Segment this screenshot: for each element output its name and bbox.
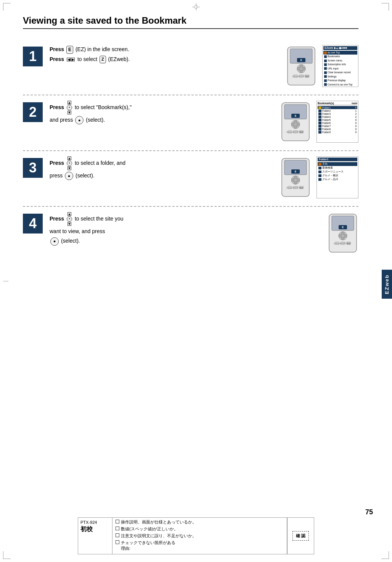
left-arrow-icon: ◀ bbox=[67, 58, 71, 61]
footer-model: PTX-924 bbox=[80, 520, 110, 525]
footer-checks: 操作説明、画面が仕様とあっているか。 数値(スペック値)が正しいか。 注意文や説… bbox=[112, 518, 287, 554]
f-row-5: グルメ→品川 bbox=[318, 177, 357, 181]
step-3-screen: Folder1 天気 乗換検索 スポーツニュース グルメ→横浜 グルメ→品川 bbox=[316, 156, 358, 198]
step-1-screen: EZweb ▶▲◀▶■■■ au one Top Bookmarks Scree… bbox=[322, 45, 358, 87]
step-3: 3 Press ▲ ● ▼ to select a folder, and pr… bbox=[23, 151, 358, 207]
step-1-text: Press E (EZ) in the idle screen. Press ◀… bbox=[50, 45, 282, 64]
step-2-bookmark: to select "Bookmark(s)," bbox=[75, 104, 132, 110]
bk-row-4: Folder42 bbox=[318, 115, 357, 118]
svg-text:E: E bbox=[342, 226, 344, 229]
step-1: 1 Press E (EZ) in the idle screen. Press… bbox=[23, 40, 358, 95]
f-row-2: 乗換検索 bbox=[318, 166, 357, 170]
down-arrow-icon2: ▼ bbox=[67, 111, 71, 114]
step-3-press: Press bbox=[50, 160, 64, 166]
svg-point-54 bbox=[339, 234, 342, 237]
step-4-press: Press bbox=[50, 216, 64, 222]
bk-row-1: Folder15 bbox=[318, 106, 357, 109]
step-3-phone-svg: メニュー クリア 電源 E bbox=[280, 156, 311, 198]
check-row-1: 操作説明、画面が仕様とあっているか。 bbox=[116, 519, 284, 525]
svg-text:E: E bbox=[300, 59, 302, 61]
menu-item-7: Settings bbox=[323, 75, 357, 79]
step-3-select: (select). bbox=[76, 172, 95, 179]
step-4-want: want to view, and press bbox=[50, 228, 105, 234]
svg-point-38 bbox=[291, 179, 294, 182]
svg-point-22 bbox=[291, 123, 294, 126]
svg-text:電源: 電源 bbox=[299, 131, 303, 133]
step-1-ezweb: (EZweb). bbox=[108, 56, 130, 62]
step-2-screen: Bookmark(s)num Folder15 Folder21 Folder3… bbox=[316, 101, 358, 143]
menu-item-3: Screen menu bbox=[323, 59, 357, 63]
up-arrow-icon3: ▲ bbox=[67, 156, 71, 160]
checkbox-4[interactable] bbox=[116, 540, 119, 544]
bk-row-6: Folder60 bbox=[318, 121, 357, 124]
svg-text:E: E bbox=[295, 170, 297, 173]
menu-item-8: Previous display bbox=[323, 79, 357, 82]
f-row-1: 天気 bbox=[318, 162, 357, 166]
svg-text:クリア: クリア bbox=[293, 131, 299, 133]
checkbox-2[interactable] bbox=[116, 527, 119, 530]
step-2-phone-area: メニュー クリア 電源 E Bookmark(s)num Folder15 Fo… bbox=[280, 101, 358, 143]
svg-point-37 bbox=[294, 181, 297, 184]
f-row-4: グルメ→横浜 bbox=[318, 174, 357, 177]
svg-point-7 bbox=[302, 67, 305, 70]
svg-point-23 bbox=[297, 123, 300, 126]
step-4: 4 Press ▲ ● ▼ to select the site you wan… bbox=[23, 207, 358, 262]
check-label-2: 数値(スペック値)が正しいか。 bbox=[121, 526, 178, 532]
menu-item-1: au one Top bbox=[323, 51, 357, 55]
step-1-press2: Press bbox=[50, 56, 64, 62]
check-label-1: 操作説明、画面が仕様とあっているか。 bbox=[121, 519, 196, 525]
step-2-select-btn: ● bbox=[75, 116, 84, 124]
svg-point-4 bbox=[300, 64, 303, 68]
check-row-4: チェックできない箇所がある理由: bbox=[116, 540, 284, 551]
bk-row-5: Folder50 bbox=[318, 118, 357, 121]
svg-point-5 bbox=[300, 70, 303, 73]
svg-text:クリア: クリア bbox=[299, 75, 304, 77]
step-4-select: (select). bbox=[61, 238, 80, 244]
page-number: 75 bbox=[365, 508, 373, 516]
checkbox-1[interactable] bbox=[116, 520, 119, 523]
menu-item-6: Clear browser record bbox=[323, 71, 357, 74]
f-row-3: スポーツニュース bbox=[318, 170, 357, 174]
bk-row-7: Folder70 bbox=[318, 124, 357, 127]
footer-label: 初校 bbox=[80, 525, 110, 533]
up-arrow-icon4: ▲ bbox=[67, 212, 71, 216]
step-1-number: 1 bbox=[23, 47, 43, 66]
step-2-and: and press bbox=[50, 117, 73, 123]
bk-row-9: Folder90 bbox=[318, 130, 357, 134]
menu-item-5: URL input bbox=[323, 67, 357, 71]
checkbox-3[interactable] bbox=[116, 533, 119, 537]
confirm-label: 確 認 bbox=[292, 531, 309, 541]
svg-text:クリア: クリア bbox=[293, 187, 299, 189]
menu-item-2: Bookmarks bbox=[323, 55, 357, 58]
menu-item-4: Subscription info bbox=[323, 63, 357, 66]
menu-item-9: Connect to au one Top bbox=[323, 83, 357, 87]
footer-confirm: 確 認 bbox=[287, 518, 314, 554]
corner-mark-br bbox=[381, 551, 389, 559]
corner-mark-tl bbox=[3, 3, 11, 11]
step-3-folder: to select a folder, and bbox=[75, 160, 125, 166]
step-1-phone-svg: メニュー クリア 電源 E bbox=[286, 45, 317, 87]
main-content: Viewing a site saved to the Bookmark 1 P… bbox=[0, 0, 381, 277]
svg-point-20 bbox=[294, 120, 297, 123]
step-1-phone-area: メニュー クリア 電源 E EZweb ▶▲◀▶■■■ au one Top B… bbox=[286, 45, 358, 87]
check-label-3: 注意文や説明文に誤り、不足がないか。 bbox=[121, 533, 196, 539]
svg-point-52 bbox=[341, 232, 344, 235]
step-3-number: 3 bbox=[23, 158, 43, 178]
step-1-key-ez: Z bbox=[100, 56, 106, 63]
step-4-text: Press ▲ ● ▼ to select the site you want … bbox=[50, 212, 323, 247]
step-1-key-e: E bbox=[66, 46, 73, 54]
step-2: 2 Press ▲ ● ▼ to select "Bookmark(s)," a… bbox=[23, 95, 358, 151]
footer-bar: PTX-924 初校 操作説明、画面が仕様とあっているか。 数値(スペック値)が… bbox=[78, 517, 314, 554]
corner-mark-tr bbox=[381, 3, 389, 11]
step-1-line1-rest: (EZ) in the idle screen. bbox=[76, 46, 129, 52]
step-4-phone-area: メニュー クリア 電源 E bbox=[327, 212, 358, 254]
step-3-phone-area: メニュー クリア 電源 E Folder1 天気 乗換検索 スポーツニュース グ… bbox=[280, 156, 358, 198]
svg-text:電源: 電源 bbox=[347, 242, 350, 245]
up-arrow-icon2: ▲ bbox=[67, 101, 71, 105]
check-label-4: チェックできない箇所がある理由: bbox=[121, 540, 175, 551]
step-2-select: (select). bbox=[86, 117, 105, 123]
bk-row-3: Folder32 bbox=[318, 112, 357, 115]
step-3-screen-title: Folder1 bbox=[318, 158, 357, 161]
step-1-press: Press bbox=[50, 46, 64, 52]
step-1-select: to select bbox=[77, 56, 97, 62]
